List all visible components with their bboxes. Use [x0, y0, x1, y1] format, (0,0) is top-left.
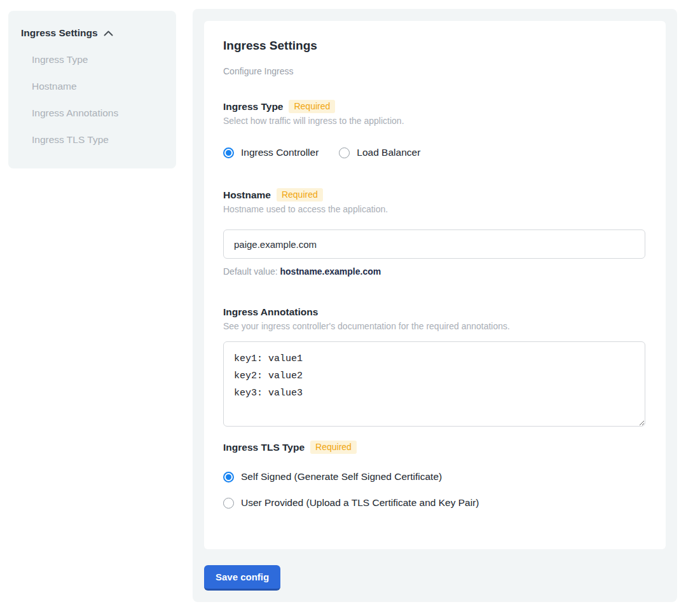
chevron-up-icon: [104, 31, 113, 36]
ingress-annotations-description: See your ingress controller's documentat…: [223, 321, 645, 331]
sidebar-section-toggle[interactable]: Ingress Settings: [21, 27, 163, 39]
page-title: Ingress Settings: [223, 38, 645, 53]
save-config-button[interactable]: Save config: [204, 565, 280, 591]
sidebar: Ingress Settings Ingress Type Hostname I…: [8, 11, 176, 168]
settings-card: Ingress Settings Configure Ingress Ingre…: [204, 21, 666, 549]
hostname-input[interactable]: [223, 229, 645, 259]
hostname-label: Hostname: [223, 189, 271, 202]
ingress-annotations-header: Ingress Annotations: [223, 306, 645, 318]
radio-selected-icon: [223, 147, 234, 158]
ingress-annotations-label: Ingress Annotations: [223, 306, 318, 318]
radio-unselected-icon: [223, 498, 234, 509]
sidebar-section-title: Ingress Settings: [21, 27, 98, 39]
radio-option-ingress-controller[interactable]: Ingress Controller: [223, 147, 319, 158]
ingress-type-label: Ingress Type: [223, 100, 283, 113]
radio-option-self-signed[interactable]: Self Signed (Generate Self Signed Certif…: [223, 471, 442, 483]
ingress-tls-type-header: Ingress TLS Type Required: [223, 441, 645, 454]
required-badge: Required: [277, 188, 323, 202]
hostname-header: Hostname Required: [223, 188, 645, 202]
ingress-type-header: Ingress Type Required: [223, 100, 645, 113]
ingress-annotations-textarea[interactable]: key1: value1 key2: value2 key3: value3: [223, 341, 645, 427]
radio-option-user-provided[interactable]: User Provided (Upload a TLS Certificate …: [223, 497, 479, 509]
page-subtitle: Configure Ingress: [223, 66, 645, 77]
sidebar-nav: Ingress Type Hostname Ingress Annotation…: [32, 54, 163, 145]
sidebar-item-ingress-tls-type[interactable]: Ingress TLS Type: [32, 134, 163, 145]
ingress-type-radio-group: Ingress Controller Load Balancer: [223, 147, 645, 158]
default-value-label: Default value:: [223, 266, 280, 277]
radio-option-label: User Provided (Upload a TLS Certificate …: [241, 497, 479, 509]
required-badge: Required: [289, 100, 335, 113]
sidebar-item-hostname[interactable]: Hostname: [32, 81, 163, 92]
sidebar-item-ingress-annotations[interactable]: Ingress Annotations: [32, 107, 163, 118]
settings-panel: Ingress Settings Configure Ingress Ingre…: [193, 9, 677, 602]
hostname-description: Hostname used to access the application.: [223, 204, 645, 214]
ingress-tls-radio-group: Self Signed (Generate Self Signed Certif…: [223, 454, 645, 511]
ingress-tls-type-label: Ingress TLS Type: [223, 441, 305, 454]
radio-selected-icon: [223, 472, 234, 483]
radio-option-label: Self Signed (Generate Self Signed Certif…: [241, 471, 442, 483]
radio-option-label: Ingress Controller: [241, 147, 319, 158]
ingress-type-description: Select how traffic will ingress to the a…: [223, 116, 645, 126]
radio-option-label: Load Balancer: [357, 147, 420, 158]
radio-option-load-balancer[interactable]: Load Balancer: [339, 147, 420, 158]
required-badge: Required: [310, 441, 357, 454]
hostname-default-value: Default value: hostname.example.com: [223, 266, 645, 277]
default-value-text: hostname.example.com: [280, 266, 381, 277]
sidebar-item-ingress-type[interactable]: Ingress Type: [32, 54, 163, 65]
radio-unselected-icon: [339, 147, 350, 158]
